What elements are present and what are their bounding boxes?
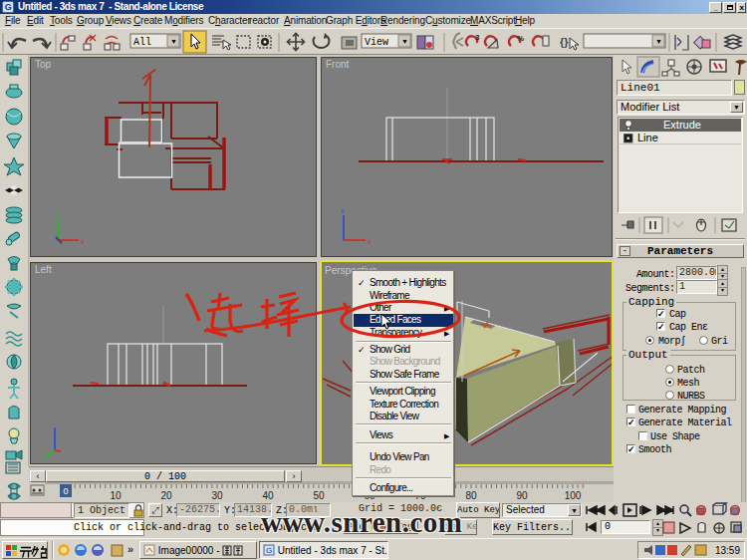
svg-text:3: 3 xyxy=(475,33,480,42)
svg-text:10: 10 xyxy=(110,490,122,501)
svg-text:View: View xyxy=(365,37,388,48)
svg-text:G: G xyxy=(266,546,272,555)
svg-text:0: 0 xyxy=(63,486,68,496)
svg-text:20: 20 xyxy=(160,490,172,501)
svg-text:x: x xyxy=(81,238,85,245)
svg-text:40: 40 xyxy=(262,490,274,501)
svg-text:All: All xyxy=(133,37,151,48)
svg-text:30: 30 xyxy=(211,490,223,501)
svg-text:▼: ▼ xyxy=(170,38,177,45)
svg-text:▼: ▼ xyxy=(655,38,662,45)
svg-text:z: z xyxy=(341,207,345,214)
svg-text:90: 90 xyxy=(516,490,528,501)
svg-text:50: 50 xyxy=(313,490,325,501)
svg-text:▼: ▼ xyxy=(401,38,408,45)
svg-text:x: x xyxy=(368,238,372,245)
svg-text:100: 100 xyxy=(565,490,582,501)
svg-text:{}: {} xyxy=(560,36,569,48)
svg-text:80: 80 xyxy=(465,490,477,501)
svg-text:Y: Y xyxy=(56,212,61,219)
svg-text:%: % xyxy=(517,34,524,43)
